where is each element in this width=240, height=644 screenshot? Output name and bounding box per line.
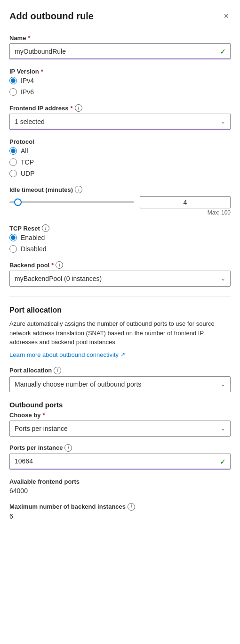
ipv4-radio[interactable] [9,77,17,84]
max-backend-instances-info-icon[interactable]: i [128,503,135,511]
tcp-reset-radio-group: Enabled Disabled [9,234,231,253]
protocol-label: Protocol [9,138,231,145]
frontend-ip-chevron-icon: ⌄ [221,118,225,125]
ipv4-label: IPv4 [21,77,34,84]
learn-more-link-text: Learn more about outbound connectivity [9,351,119,358]
tcp-reset-label: TCP Reset i [9,224,231,232]
idle-timeout-info-icon[interactable]: i [75,186,82,193]
idle-timeout-label: Idle timeout (minutes) i [9,186,231,193]
protocol-all-item[interactable]: All [9,147,231,155]
outbound-ports-title: Outbound ports [9,401,231,409]
ports-per-instance-info-icon[interactable]: i [64,444,72,452]
ports-per-instance-wrapper: ✓ [9,454,231,470]
choose-by-required-star: * [42,412,45,419]
name-input-wrapper: ✓ [9,43,231,59]
ip-version-label: IP Version * [9,68,231,75]
protocol-field-group: Protocol All TCP UDP [9,138,231,177]
port-allocation-dropdown-value: Manually choose number of outbound ports [15,380,141,388]
port-allocation-dropdown[interactable]: Manually choose number of outbound ports… [9,376,231,392]
max-backend-instances-group: Maximum number of backend instances i 6 [9,503,231,520]
frontend-ip-info-icon[interactable]: i [75,104,82,112]
tcp-reset-disabled-item[interactable]: Disabled [9,245,231,253]
choose-by-chevron-icon: ⌄ [221,425,225,432]
port-allocation-description: Azure automatically assigns the number o… [9,319,231,347]
tcp-reset-enabled-label: Enabled [21,234,45,241]
panel-header: Add outbound rule × [9,9,231,23]
frontend-ip-value: 1 selected [15,118,45,125]
name-check-icon: ✓ [220,47,226,56]
protocol-tcp-label: TCP [21,158,34,166]
name-label: Name * [9,34,231,41]
backend-pool-dropdown[interactable]: myBackendPool (0 instances) ⌄ [9,271,231,287]
choose-by-value: Ports per instance [15,425,68,432]
ipv6-label: IPv6 [21,88,34,96]
choose-by-dropdown[interactable]: Ports per instance ⌄ [9,421,231,437]
idle-timeout-slider-container [9,196,231,208]
port-allocation-chevron-icon: ⌄ [221,381,225,388]
max-backend-instances-value: 6 [9,512,231,520]
tcp-reset-info-icon[interactable]: i [42,224,49,232]
idle-timeout-field-group: Idle timeout (minutes) i Max: 100 [9,186,231,216]
port-allocation-title: Port allocation [9,306,231,314]
name-field-group: Name * ✓ [9,34,231,59]
protocol-tcp-item[interactable]: TCP [9,158,231,166]
ipv6-radio-item[interactable]: IPv6 [9,88,231,96]
ip-version-field-group: IP Version * IPv4 IPv6 [9,68,231,96]
panel-title: Add outbound rule [9,11,94,22]
port-allocation-dropdown-label: Port allocation i [9,367,231,374]
protocol-all-radio[interactable] [9,147,17,155]
tcp-reset-enabled-radio[interactable] [9,234,17,241]
port-allocation-dropdown-group: Port allocation i Manually choose number… [9,367,231,392]
choose-by-label: Choose by * [9,412,231,419]
frontend-ip-dropdown[interactable]: 1 selected ⌄ [9,114,231,130]
max-backend-instances-label: Maximum number of backend instances i [9,503,231,511]
tcp-reset-field-group: TCP Reset i Enabled Disabled [9,224,231,253]
close-button[interactable]: × [222,9,231,23]
frontend-ip-field-group: Frontend IP address * i 1 selected ⌄ [9,104,231,130]
port-allocation-section: Port allocation Azure automatically assi… [9,306,231,358]
idle-timeout-value-input[interactable] [140,196,231,208]
protocol-udp-label: UDP [21,170,35,177]
ports-per-instance-input[interactable] [9,454,231,470]
port-allocation-info-icon[interactable]: i [54,367,61,374]
tcp-reset-disabled-label: Disabled [21,245,46,253]
tcp-reset-enabled-item[interactable]: Enabled [9,234,231,241]
ip-version-radio-group: IPv4 IPv6 [9,77,231,96]
backend-pool-field-group: Backend pool * i myBackendPool (0 instan… [9,261,231,287]
backend-pool-value: myBackendPool (0 instances) [15,275,102,282]
protocol-radio-group: All TCP UDP [9,147,231,177]
frontend-ip-label: Frontend IP address * i [9,104,231,112]
ports-per-instance-check-icon: ✓ [220,457,226,466]
ip-version-required-star: * [41,68,43,75]
available-frontend-ports-value: 64000 [9,487,231,495]
learn-more-link[interactable]: Learn more about outbound connectivity ↗ [9,351,125,358]
available-frontend-ports-label: Available frontend ports [9,478,231,485]
tcp-reset-disabled-radio[interactable] [9,245,17,253]
protocol-udp-radio[interactable] [9,170,17,177]
idle-timeout-slider[interactable] [9,201,134,203]
backend-pool-info-icon[interactable]: i [56,261,63,269]
name-required-star: * [28,34,30,41]
backend-pool-required-star: * [51,262,54,269]
external-link-icon: ↗ [120,351,125,358]
frontend-ip-required-star: * [70,105,72,112]
available-frontend-ports-group: Available frontend ports 64000 [9,478,231,495]
ipv6-radio[interactable] [9,88,17,96]
ipv4-radio-item[interactable]: IPv4 [9,77,231,84]
backend-pool-chevron-icon: ⌄ [221,275,225,282]
protocol-all-label: All [21,147,28,155]
name-input[interactable] [9,43,231,59]
idle-timeout-max-label: Max: 100 [9,209,231,216]
backend-pool-label: Backend pool * i [9,261,231,269]
outbound-ports-section: Outbound ports Choose by * Ports per ins… [9,401,231,470]
ports-per-instance-label: Ports per instance i [9,444,231,452]
protocol-udp-item[interactable]: UDP [9,170,231,177]
protocol-tcp-radio[interactable] [9,158,17,166]
section-divider [9,296,231,297]
